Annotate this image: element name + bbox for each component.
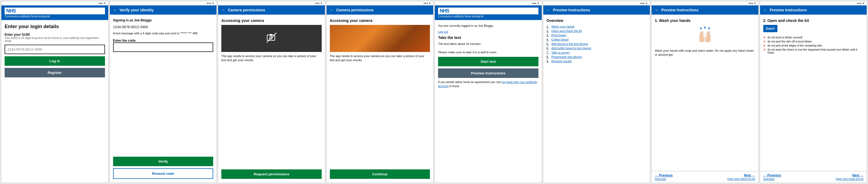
screen-verify: ●●● ▼ ← Verify your identity Signing in … — [110, 1, 217, 183]
next-nav-kit[interactable]: Next → Open and check the kit — [836, 174, 863, 181]
dont-item: ✕do not burst a blister yourself — [763, 36, 864, 39]
status-bar-7: ●●● ▼ — [652, 1, 758, 5]
svg-rect-12 — [709, 31, 710, 35]
verify-button[interactable]: Verify — [113, 157, 214, 166]
camera2-content: Accessing your camera The app needs to a… — [327, 14, 433, 183]
next-label-wash: Next → — [744, 174, 755, 177]
back-arrow-camera2[interactable]: ← — [330, 8, 334, 12]
take-test-content: You are currently logged in as Joe Blogg… — [435, 20, 542, 183]
back-header-kit: ← Preview Instructions — [760, 5, 867, 14]
camera2-header-title: Camera permissions — [336, 8, 374, 12]
prev-nav-wash[interactable]: ← Previous Overview — [655, 174, 673, 181]
kit-content: 2. Open and check the kit Don't ✕do not … — [760, 14, 867, 171]
code-input[interactable] — [113, 42, 214, 52]
camera1-content: Accessing your camera The app needs to a… — [218, 14, 325, 183]
status-bar-8: ●●● ▼ — [760, 1, 867, 5]
list-item[interactable]: 4.Collect blood — [547, 38, 647, 41]
wash-nav: ← Previous Overview Next → Open and chec… — [652, 171, 758, 183]
back-header-camera2: ← Camera permissions — [327, 5, 433, 14]
kit-nav: ← Previous Overview Next → Open and chec… — [760, 171, 867, 183]
nhs-logo-1: NHS — [5, 8, 105, 14]
continue-button[interactable]: Continue — [330, 170, 430, 179]
dont-box-container: Don't — [763, 25, 864, 34]
guid-section: Enter your GUID Your GUID is 16 digits l… — [5, 33, 105, 42]
logged-in-as: You are currently logged in as Joe Blogg… — [438, 24, 538, 28]
resend-code-button[interactable]: Resend code — [113, 168, 214, 179]
cross-icon-3: ✕ — [763, 44, 767, 47]
nhs-header-1: NHS Coronavirus antibody home testing ki… — [1, 5, 108, 20]
cross-icon-4: ✕ — [763, 48, 767, 54]
back-arrow-verify[interactable]: ← — [113, 8, 118, 12]
list-item[interactable]: 9.Recieve results — [547, 60, 647, 63]
screen-wash-hands: ●●● ▼ ← Preview Instructions 1. Wash you… — [651, 1, 759, 183]
guid-input[interactable] — [5, 45, 105, 54]
guid-display: 1234-5678-9012-3456 — [113, 25, 214, 29]
logout-link[interactable]: Log out — [438, 30, 538, 33]
screen-take-test: ●●● ▼ NHS Coronavirus antibody home test… — [435, 1, 542, 183]
list-item[interactable]: 5.Add blood to the test device — [547, 42, 647, 45]
dont-item-text-2: do not peel the skin off a burst blister — [768, 40, 812, 43]
status-bar-3: ●●● ▼ — [218, 1, 325, 5]
dont-item-text-4: do not wear the shoes or use the equipme… — [768, 48, 864, 54]
dont-item-text-3: do not pick at the edges of the remainin… — [768, 44, 822, 47]
nhs-logo-5: NHS — [438, 8, 538, 14]
back-arrow-overview[interactable]: ← — [547, 8, 551, 12]
prev-sublabel-kit: Overview — [763, 178, 775, 181]
booking-text: If you would rather book an apointment y… — [438, 80, 538, 88]
list-item[interactable]: 3.Prick finger — [547, 34, 647, 37]
prev-label-wash: ← Previous — [655, 174, 673, 177]
back-arrow-kit[interactable]: ← — [763, 8, 768, 12]
camera1-heading: Accessing your camera — [221, 19, 322, 23]
dont-item: ✕do not peel the skin off a burst bliste… — [763, 40, 864, 43]
camera2-heading: Accessing your camera — [330, 19, 430, 23]
login-button[interactable]: Log in — [5, 56, 105, 66]
next-sublabel-wash: Open and check the kit — [727, 178, 755, 181]
prev-nav-kit[interactable]: ← Previous Overview — [763, 174, 781, 181]
back-arrow-wash[interactable]: ← — [655, 8, 659, 12]
prev-label-kit: ← Previous — [763, 174, 781, 177]
back-arrow-camera1[interactable]: ← — [221, 8, 226, 12]
svg-point-5 — [704, 27, 706, 29]
signing-in-label: Signing in as Joe Bloggs — [113, 19, 214, 22]
dont-item: ✕do not pick at the edges of the remaini… — [763, 44, 864, 47]
wash-hands-illustration — [655, 25, 755, 46]
svg-rect-10 — [702, 31, 703, 35]
nhs-header-5: NHS Coronavirus antibody home testing ki… — [435, 5, 542, 20]
list-item[interactable]: 6.Add buffer liquid to test device — [547, 46, 647, 50]
camera-active-preview — [330, 25, 430, 52]
dont-label: Don't — [763, 25, 778, 32]
request-permissions-button[interactable]: Request permissions — [221, 170, 322, 179]
start-test-button[interactable]: Start test — [438, 57, 538, 66]
login-title: Enter your login details — [5, 24, 105, 30]
preview-instructions-button[interactable]: Preview instructions — [438, 69, 538, 78]
kit-step-title: 2. Open and check the kit — [763, 19, 864, 23]
back-header-verify: ← Verify your identity — [110, 5, 217, 14]
register-button[interactable]: Register — [5, 68, 105, 77]
wash-header-title: Preview Instructions — [661, 8, 699, 12]
camera1-header-title: Camera permissions — [228, 8, 265, 12]
sms-sent-text: A text message with a 6 digit code was j… — [113, 32, 214, 35]
nhs-subtitle-1: Coronavirus antibody home testing kit — [5, 15, 105, 18]
next-sublabel-kit: Open and check the kit — [836, 178, 863, 181]
list-item[interactable]: 1.Wash your hands — [547, 25, 647, 28]
next-nav-wash[interactable]: Next → Open and check the kit — [727, 174, 755, 181]
cross-icon-2: ✕ — [763, 40, 767, 43]
svg-rect-11 — [707, 32, 708, 35]
overview-header-title: Preview Instructions — [553, 8, 590, 12]
kit-header-title: Preview Instructions — [770, 8, 807, 12]
screen-login: ●●● ▼ NHS Coronavirus antibody home test… — [1, 1, 108, 183]
screen-open-kit: ●●● ▼ ← Preview Instructions 2. Open and… — [760, 1, 867, 183]
wash-content: 1. Wash your hands — [652, 14, 758, 171]
booking-text-end: to book. — [450, 84, 460, 88]
wash-instruction-body: Wash your hands with soap and warm water… — [655, 49, 755, 57]
status-bar-1: ●●● ▼ — [1, 1, 108, 5]
svg-rect-9 — [700, 32, 702, 35]
take-test-body: The test takes about 10 minutes. Please … — [438, 42, 538, 54]
list-item[interactable]: 2.Open and check the kit — [547, 29, 647, 33]
list-item[interactable]: 7.Take a survey — [547, 51, 647, 54]
svg-point-14 — [703, 35, 705, 37]
list-item[interactable]: 8.Photograph test device — [547, 55, 647, 59]
verify-header-title: Verify your identity — [120, 8, 154, 12]
status-bar-6: ●●● ▼ — [543, 1, 650, 5]
take-test-title: Take the test — [438, 35, 538, 40]
